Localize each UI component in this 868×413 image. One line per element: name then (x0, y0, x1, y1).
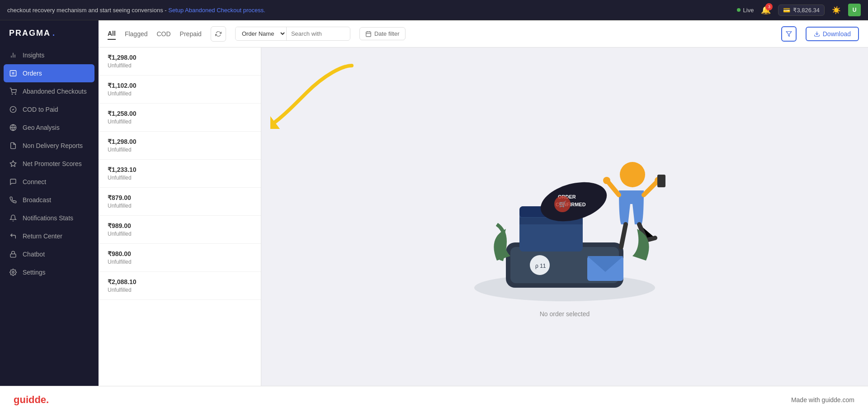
order-amount: ₹1,102.00 (108, 82, 252, 89)
order-confirmed-illustration: ρ 11 ORDER CONFIRMED 🛒 (452, 116, 678, 306)
order-status: Unfulfilled (108, 287, 252, 293)
avatar[interactable]: U (848, 4, 861, 16)
chart-icon (9, 51, 17, 59)
order-list-item[interactable]: ₹1,258.00 Unfulfilled (99, 104, 261, 132)
right-panel: ρ 11 ORDER CONFIRMED 🛒 (261, 47, 868, 386)
chatbot-icon (9, 250, 17, 258)
download-button[interactable]: Download (806, 27, 859, 41)
order-list-item[interactable]: ₹1,102.00 Unfulfilled (99, 76, 261, 104)
sidebar-item-label: Geo Analysis (23, 124, 60, 131)
filter-button[interactable] (781, 26, 797, 42)
sidebar-item-return-center[interactable]: Return Center (0, 227, 98, 245)
svg-rect-3 (10, 71, 16, 76)
order-amount: ₹1,258.00 (108, 110, 252, 117)
content-area: All Flagged COD Prepaid Order Name Date … (99, 20, 868, 386)
sidebar-item-orders[interactable]: Orders (4, 64, 94, 82)
sidebar-item-label: Broadcast (23, 196, 51, 204)
logo-text: PRAGMA (9, 28, 51, 38)
return-icon (9, 232, 17, 240)
order-list-item[interactable]: ₹1,233.10 Unfulfilled (99, 160, 261, 188)
order-status: Unfulfilled (108, 147, 252, 153)
sidebar-item-label: Net Promoter Scores (23, 160, 82, 167)
sidebar-item-net-promoter-scores[interactable]: Net Promoter Scores (0, 155, 98, 173)
svg-rect-40 (657, 175, 665, 187)
live-indicator: Live (737, 7, 754, 14)
order-amount: ₹1,233.10 (108, 166, 252, 173)
svg-rect-14 (366, 32, 371, 37)
search-input[interactable] (287, 28, 350, 40)
checkout-icon (9, 87, 17, 95)
orders-list: ₹1,298.00 Unfulfilled ₹1,102.00 Unfulfil… (99, 47, 261, 386)
sidebar: PRAGMA. Insights Orders Abandoned Checko… (0, 20, 99, 386)
notification-button[interactable]: 🔔 3 (761, 5, 771, 15)
broadcast-icon (9, 196, 17, 204)
order-status: Unfulfilled (108, 175, 252, 181)
report-icon (9, 142, 17, 150)
banner-message: checkout recovery mechanism and start se… (7, 7, 168, 14)
sidebar-item-label: Return Center (23, 233, 62, 240)
top-banner: checkout recovery mechanism and start se… (0, 0, 868, 20)
sidebar-item-chatbot[interactable]: Chatbot (0, 245, 98, 263)
footer-logo: guidde. (14, 394, 49, 406)
sidebar-item-connect[interactable]: Connect (0, 173, 98, 191)
notif-stats-icon (9, 214, 17, 222)
sidebar-item-label: Connect (23, 178, 46, 185)
no-order-text: No order selected (540, 310, 590, 318)
cod-icon (9, 105, 17, 114)
geo-icon (9, 123, 17, 132)
order-list-item[interactable]: ₹1,298.00 Unfulfilled (99, 47, 261, 76)
order-status: Unfulfilled (108, 231, 252, 237)
order-list-item[interactable]: ₹1,298.00 Unfulfilled (99, 132, 261, 160)
footer-logo-text: guidde. (14, 394, 49, 405)
order-status: Unfulfilled (108, 62, 252, 69)
order-list-item[interactable]: ₹2,088.10 Unfulfilled (99, 272, 261, 300)
live-label: Live (743, 7, 754, 14)
sidebar-item-label: Abandoned Checkouts (23, 88, 87, 95)
svg-point-38 (603, 177, 610, 184)
tab-cod[interactable]: COD (156, 28, 170, 39)
sidebar-item-settings[interactable]: Settings (0, 263, 98, 281)
wallet-button[interactable]: 💳 ₹3,826.34 (778, 5, 825, 16)
footer-tagline: Made with guidde.com (791, 396, 854, 404)
order-amount: ₹1,298.00 (108, 138, 252, 145)
sidebar-item-abandoned-checkouts[interactable]: Abandoned Checkouts (0, 82, 98, 100)
order-status: Unfulfilled (108, 90, 252, 97)
banner-link[interactable]: Setup Abandoned Checkout process. (168, 7, 265, 14)
sidebar-item-broadcast[interactable]: Broadcast (0, 191, 98, 209)
notification-badge: 3 (765, 3, 773, 10)
sidebar-item-insights[interactable]: Insights (0, 46, 98, 64)
svg-point-37 (620, 162, 645, 187)
theme-toggle[interactable]: ☀️ (832, 6, 841, 14)
search-type-select[interactable]: Order Name (236, 27, 287, 40)
wallet-icon: 💳 (783, 7, 790, 14)
sidebar-item-non-delivery-reports[interactable]: Non Delivery Reports (0, 137, 98, 155)
sidebar-item-notifications-stats[interactable]: Notifications Stats (0, 209, 98, 227)
sidebar-item-geo-analysis[interactable]: Geo Analysis (0, 119, 98, 137)
order-amount: ₹980.00 (108, 250, 252, 257)
date-filter-button[interactable]: Date filter (359, 27, 406, 40)
date-filter-label: Date filter (374, 30, 400, 37)
order-amount: ₹879.00 (108, 194, 252, 201)
order-list-item[interactable]: ₹989.00 Unfulfilled (99, 216, 261, 244)
logo-dot: . (52, 28, 56, 38)
sidebar-item-label: COD to Paid (23, 106, 58, 113)
tab-all[interactable]: All (108, 28, 116, 40)
svg-point-7 (15, 94, 16, 94)
order-list-item[interactable]: ₹980.00 Unfulfilled (99, 244, 261, 272)
logo: PRAGMA. (0, 20, 98, 46)
tab-flagged[interactable]: Flagged (125, 28, 148, 39)
toolbar: All Flagged COD Prepaid Order Name Date … (99, 20, 868, 47)
orders-icon (9, 69, 17, 77)
content-body: ₹1,298.00 Unfulfilled ₹1,102.00 Unfulfil… (99, 47, 868, 386)
order-list-item[interactable]: ₹879.00 Unfulfilled (99, 188, 261, 216)
search-area: Order Name (235, 27, 350, 41)
connect-icon (9, 178, 17, 186)
sidebar-item-cod-to-paid[interactable]: COD to Paid (0, 100, 98, 119)
refresh-button[interactable] (211, 26, 226, 42)
tab-prepaid[interactable]: Prepaid (180, 28, 202, 39)
order-status: Unfulfilled (108, 119, 252, 125)
nps-icon (9, 160, 17, 168)
svg-marker-11 (10, 161, 16, 166)
svg-text:ρ 11: ρ 11 (535, 263, 546, 269)
order-amount: ₹1,298.00 (108, 54, 252, 61)
